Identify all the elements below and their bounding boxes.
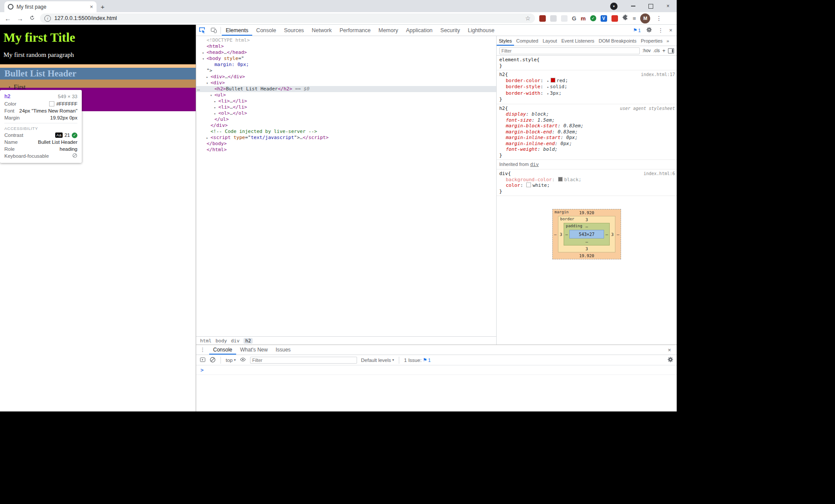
box-model-margin[interactable]: margin 19.920 19.920 – – border 3 3 3: [552, 209, 621, 259]
extension-icon-1[interactable]: [550, 15, 557, 22]
more-tabs-button[interactable]: »: [665, 38, 671, 43]
tree-expand-arrow-icon[interactable]: ▸: [214, 105, 218, 111]
tree-expand-arrow-icon[interactable]: ▾: [210, 93, 214, 99]
reading-list-icon[interactable]: ≡: [633, 15, 636, 22]
dom-tree-line[interactable]: margin: 0px;: [196, 62, 496, 68]
forward-button[interactable]: →: [16, 15, 24, 22]
expand-shorthand-icon[interactable]: ▸: [547, 92, 549, 96]
devtools-tab-memory[interactable]: Memory: [374, 25, 402, 36]
box-model-padding[interactable]: padding – – – – 543×27: [564, 223, 610, 245]
dom-tree-line[interactable]: ▸<ol>…</ol>: [196, 110, 496, 116]
style-property[interactable]: border-style: ▸solid;: [499, 84, 675, 90]
dom-tree-line[interactable]: ▾<ul>: [196, 92, 496, 98]
color-swatch[interactable]: [526, 182, 531, 187]
color-swatch[interactable]: [558, 177, 563, 182]
dom-tree-line[interactable]: …<h2>Bullet List Header</h2> == $0: [196, 86, 496, 92]
adorner-ellipsis[interactable]: …: [197, 86, 200, 92]
inherited-source-link[interactable]: div: [530, 162, 539, 167]
new-tab-button[interactable]: +: [97, 1, 109, 12]
back-button[interactable]: ←: [3, 15, 12, 22]
tree-expand-arrow-icon[interactable]: ▸: [202, 50, 207, 56]
new-style-rule-button[interactable]: +: [662, 48, 665, 54]
style-rule[interactable]: h2 {index.html:17border-color: ▸red;bord…: [497, 70, 677, 104]
style-property[interactable]: margin-inline-end: 0px;: [499, 141, 675, 147]
style-property[interactable]: display: block;: [499, 111, 675, 117]
dom-tree-line[interactable]: ▸<script type="text/javascript">…</scrip…: [196, 135, 496, 141]
g-extension-icon[interactable]: G: [572, 15, 576, 22]
devtools-tab-application[interactable]: Application: [402, 25, 436, 36]
clear-console-button[interactable]: [210, 357, 216, 364]
devtools-tab-elements[interactable]: Elements: [222, 25, 252, 36]
device-toolbar-button[interactable]: [208, 25, 220, 36]
inspect-element-button[interactable]: [196, 25, 208, 36]
devtools-tab-security[interactable]: Security: [437, 25, 464, 36]
m-extension-icon[interactable]: m: [581, 15, 586, 22]
styles-tab-properties[interactable]: Properties: [638, 36, 665, 46]
style-rule[interactable]: h2 {user agent stylesheetdisplay: block;…: [497, 104, 677, 160]
console-filter-input[interactable]: [250, 357, 357, 364]
dom-tree-line[interactable]: </ul>: [196, 116, 496, 123]
tree-expand-arrow-icon[interactable]: ▸: [206, 135, 210, 141]
dom-tree-line[interactable]: ▸<li>…</li>: [196, 98, 496, 104]
style-property[interactable]: margin-block-start: 0.83em;: [499, 123, 675, 129]
dom-tree-line[interactable]: </body>: [196, 141, 496, 147]
console-settings-button[interactable]: [668, 357, 673, 363]
console-sidebar-button[interactable]: [200, 357, 206, 364]
address-bar[interactable]: i 127.0.0.1:5500/index.html ☆: [40, 13, 535, 23]
dom-tree-line[interactable]: </div>: [196, 123, 496, 129]
devtools-tab-performance[interactable]: Performance: [336, 25, 375, 36]
dom-tree-line[interactable]: ▸<div>…</div>: [196, 74, 496, 80]
red-extension-icon[interactable]: [611, 15, 618, 22]
console-drawer-tab-what-s-new[interactable]: What's New: [236, 345, 272, 355]
styles-filter-input[interactable]: [499, 47, 640, 54]
devtools-menu-kebab-icon[interactable]: ⋮: [658, 27, 663, 33]
close-drawer-button[interactable]: ×: [668, 347, 677, 353]
inspected-heading-highlight[interactable]: Bullet List Header: [0, 68, 196, 80]
dom-tree-line[interactable]: ▾<body style=": [196, 56, 496, 62]
devtools-tab-sources[interactable]: Sources: [280, 25, 308, 36]
tab-close-icon[interactable]: ×: [90, 3, 93, 10]
breadcrumb-item-html[interactable]: html: [200, 338, 212, 344]
ublock-extension-icon[interactable]: [539, 15, 546, 22]
dom-tree-line[interactable]: <html>: [196, 43, 496, 50]
console-drawer-tab-console[interactable]: Console: [209, 345, 236, 355]
style-rule[interactable]: div {index.html:6background-color: black…: [497, 169, 677, 196]
site-info-icon[interactable]: i: [44, 15, 51, 22]
computed-panel-toggle-icon[interactable]: [668, 48, 674, 53]
style-property[interactable]: border-width: ▸3px;: [499, 90, 675, 97]
console-issues-button[interactable]: 1 Issue: ⚑1: [404, 357, 431, 363]
toggle-element-state-button[interactable]: :hov: [642, 48, 651, 53]
dom-tree-line[interactable]: <!DOCTYPE html>: [196, 37, 496, 43]
styles-tab-event-listeners[interactable]: Event Listeners: [559, 36, 597, 46]
stylesheet-source-link[interactable]: user agent stylesheet: [617, 106, 675, 112]
box-model-border[interactable]: border 3 3 3 3 padding – – –: [558, 216, 615, 252]
styles-tab-layout[interactable]: Layout: [541, 36, 559, 46]
browser-menu-kebab-icon[interactable]: ⋮: [656, 15, 662, 22]
issues-counter-button[interactable]: ⚑1: [633, 27, 641, 33]
style-property[interactable]: font-size: 1.5em;: [499, 117, 675, 123]
style-property[interactable]: font-weight: bold;: [499, 146, 675, 153]
style-property[interactable]: border-color: ▸red;: [499, 78, 675, 84]
drawer-menu-kebab-icon[interactable]: ⋮: [196, 347, 209, 353]
tree-expand-arrow-icon[interactable]: ▸: [214, 99, 218, 105]
url-text[interactable]: 127.0.0.1:5500/index.html: [54, 15, 521, 21]
devtools-tab-lighthouse[interactable]: Lighthouse: [464, 25, 498, 36]
devtools-settings-button[interactable]: [646, 27, 652, 34]
styles-tab-styles[interactable]: Styles: [497, 36, 514, 46]
console-drawer-tab-issues[interactable]: Issues: [272, 345, 295, 355]
breadcrumb-item-h2[interactable]: h2: [244, 338, 253, 344]
bookmark-star-icon[interactable]: ☆: [525, 15, 531, 22]
dom-tree-line[interactable]: ▸<li>…</li>: [196, 104, 496, 110]
live-expression-button[interactable]: [240, 356, 246, 364]
devtools-close-button[interactable]: ×: [669, 27, 672, 33]
console-empty-area[interactable]: [196, 375, 677, 411]
color-swatch[interactable]: [551, 78, 555, 83]
tree-expand-arrow-icon[interactable]: ▸: [206, 74, 210, 80]
reload-button[interactable]: [28, 15, 37, 22]
element-classes-button[interactable]: .cls: [653, 48, 660, 53]
tree-expand-arrow-icon[interactable]: ▸: [214, 111, 218, 117]
breadcrumb-item-div[interactable]: div: [231, 338, 240, 344]
dom-tree-line[interactable]: ▾<div>: [196, 80, 496, 86]
profile-avatar[interactable]: M: [640, 13, 650, 23]
dom-tree-line[interactable]: <!-- Code injected by live-server -->: [196, 129, 496, 135]
